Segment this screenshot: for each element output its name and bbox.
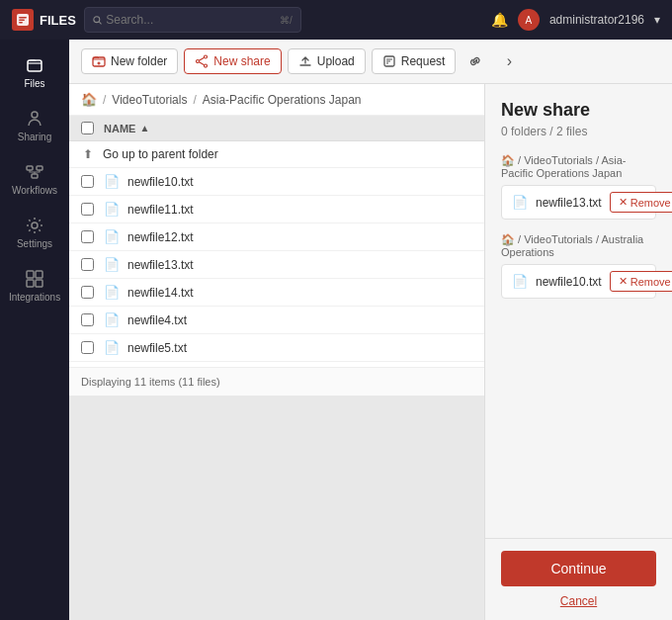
new-share-button[interactable]: New share	[184, 48, 281, 74]
username-label: administrator2196	[549, 13, 644, 27]
file-name: newfile11.txt	[127, 203, 472, 217]
main-layout: Files Sharing Workflows Setti	[0, 40, 672, 620]
sidebar-item-integrations[interactable]: Integrations	[5, 261, 64, 310]
toolbar-overflow-button[interactable]: ›	[495, 47, 523, 75]
cancel-label: Cancel	[560, 594, 597, 608]
table-row[interactable]: 📄 newfile4.txt	[69, 307, 484, 334]
share-section-path-2: 🏠 / VideoTutorials / Australia Operation…	[501, 233, 656, 258]
file-checkbox[interactable]	[81, 341, 94, 354]
file-icon: 📄	[104, 285, 120, 300]
svg-rect-1	[19, 17, 27, 19]
remove-button-2[interactable]: ✕ Remove	[610, 271, 672, 292]
file-name: newfile4.txt	[127, 313, 472, 327]
bell-icon[interactable]: 🔔	[491, 12, 508, 28]
sidebar: Files Sharing Workflows Setti	[0, 40, 69, 620]
svg-rect-8	[27, 166, 33, 170]
upload-label: Upload	[317, 54, 355, 68]
file-checkbox[interactable]	[81, 203, 94, 216]
more-icon: ›	[507, 52, 512, 70]
breadcrumb-home[interactable]: 🏠	[81, 92, 97, 107]
sidebar-label-workflows: Workflows	[12, 185, 57, 196]
share-file-icon-2: 📄	[512, 274, 528, 289]
sidebar-item-workflows[interactable]: Workflows	[5, 154, 64, 204]
integrations-icon	[25, 269, 44, 289]
table-row[interactable]: 📄 newfile10.txt	[69, 168, 484, 196]
up-folder-icon: ⬆	[81, 147, 95, 161]
svg-rect-10	[32, 174, 38, 178]
share-file-name-2: newfile10.txt	[536, 275, 602, 289]
file-name: newfile10.txt	[127, 175, 472, 189]
cancel-button[interactable]: Cancel	[560, 594, 597, 608]
file-checkbox[interactable]	[81, 313, 94, 326]
svg-line-24	[200, 62, 205, 65]
link-icon	[468, 54, 482, 68]
file-name: newfile14.txt	[127, 286, 472, 300]
table-row[interactable]: 📄 newfile5.txt	[69, 334, 484, 362]
topbar: FILES ⌘/ 🔔 A administrator2196 ▾	[0, 0, 672, 40]
share-section-2: 🏠 / VideoTutorials / Australia Operation…	[501, 233, 656, 299]
svg-point-21	[205, 64, 208, 67]
new-folder-icon	[92, 54, 106, 68]
breadcrumb: 🏠 / VideoTutorials / Asia-Pacific Operat…	[69, 84, 484, 116]
file-name: newfile5.txt	[127, 341, 472, 355]
file-icon: 📄	[104, 312, 120, 327]
select-all-checkbox[interactable]	[81, 122, 94, 134]
file-panel: 🏠 / VideoTutorials / Asia-Pacific Operat…	[69, 84, 672, 620]
share-section-path-1: 🏠 / VideoTutorials / Asia-Pacific Operat…	[501, 154, 656, 179]
parent-folder-row[interactable]: ⬆ Go up to parent folder	[69, 141, 484, 168]
toolbar-more-button[interactable]	[462, 47, 489, 75]
share-file-name-1: newfile13.txt	[536, 196, 602, 210]
svg-rect-6	[28, 60, 42, 71]
breadcrumb-sep-1: /	[103, 93, 106, 107]
file-icon: 📄	[104, 202, 120, 217]
sidebar-item-settings[interactable]: Settings	[5, 208, 64, 257]
request-button[interactable]: Request	[372, 48, 457, 74]
table-row[interactable]: 📄 newfile14.txt	[69, 279, 484, 307]
svg-point-12	[32, 222, 38, 228]
sharing-icon	[25, 109, 44, 129]
new-folder-button[interactable]: New folder	[81, 48, 178, 74]
table-row[interactable]: 📄 newfile13.txt	[69, 251, 484, 279]
file-checkbox[interactable]	[81, 175, 94, 188]
file-list-panel: 🏠 / VideoTutorials / Asia-Pacific Operat…	[69, 84, 484, 620]
sidebar-label-files: Files	[24, 78, 44, 89]
breadcrumb-item-1[interactable]: VideoTutorials	[112, 93, 187, 107]
svg-line-23	[200, 57, 205, 60]
search-input[interactable]	[106, 13, 276, 27]
breadcrumb-item-2[interactable]: Asia-Pacific Operations Japan	[203, 93, 362, 107]
file-checkbox[interactable]	[81, 258, 94, 271]
search-bar[interactable]: ⌘/	[84, 7, 301, 33]
section-path-label-1: 🏠 / VideoTutorials / Asia-Pacific Operat…	[501, 154, 656, 179]
svg-point-4	[94, 16, 100, 22]
drop-area	[69, 396, 484, 621]
sidebar-item-files[interactable]: Files	[5, 47, 64, 97]
upload-button[interactable]: Upload	[288, 48, 366, 74]
file-footer: Displaying 11 items (11 files)	[69, 367, 484, 396]
file-icon: 📄	[104, 257, 120, 272]
sidebar-item-sharing[interactable]: Sharing	[5, 101, 64, 150]
share-section-1: 🏠 / VideoTutorials / Asia-Pacific Operat…	[501, 154, 656, 220]
share-title: New share	[501, 100, 656, 121]
remove-button-1[interactable]: ✕ Remove	[610, 192, 672, 213]
svg-rect-14	[36, 271, 42, 278]
table-row[interactable]: 📄 newfile11.txt	[69, 196, 484, 223]
table-row[interactable]: 📄 newfile12.txt	[69, 223, 484, 251]
svg-rect-13	[27, 271, 34, 278]
search-shortcut: ⌘/	[280, 15, 293, 26]
continue-button[interactable]: Continue	[501, 551, 656, 586]
avatar[interactable]: A	[518, 9, 540, 31]
svg-line-5	[99, 22, 101, 24]
svg-point-7	[32, 112, 38, 118]
share-footer: Continue Cancel	[485, 538, 672, 620]
continue-label: Continue	[550, 561, 606, 576]
file-icon: 📄	[104, 340, 120, 355]
user-chevron-icon[interactable]: ▾	[654, 13, 660, 27]
svg-rect-15	[27, 280, 34, 287]
file-checkbox[interactable]	[81, 286, 94, 299]
file-checkbox[interactable]	[81, 230, 94, 243]
file-count-label: Displaying 11 items (11 files)	[81, 376, 220, 388]
remove-label-2: Remove	[630, 276, 671, 288]
new-folder-label: New folder	[111, 54, 167, 68]
request-icon	[382, 54, 396, 68]
remove-label-1: Remove	[630, 197, 671, 209]
